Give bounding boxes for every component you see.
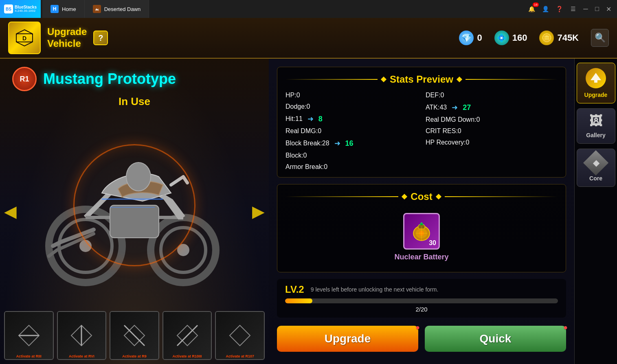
upgrade-button[interactable]: Upgrade <box>277 326 418 352</box>
stat-dodge-label: Dodge:0 <box>285 103 310 110</box>
quick-button[interactable]: Quick <box>425 326 566 352</box>
stat-dodge: Dodge:0 <box>285 103 417 110</box>
upgrade-sidebar-icon <box>586 68 606 88</box>
game-tab-label: Deserted Dawn <box>104 6 141 12</box>
svg-text:D: D <box>22 35 26 42</box>
home-tab-icon: H <box>51 5 59 13</box>
svg-rect-24 <box>594 80 597 83</box>
stat-hit-label: Hit:11 <box>285 115 303 123</box>
weapon-slot-4[interactable]: Activate at R10III <box>162 311 212 360</box>
stats-title-text: Stats Preview <box>390 74 453 85</box>
weapon-slot-content-3 <box>110 312 158 359</box>
search-button[interactable]: 🔍 <box>591 29 609 47</box>
level-progress-bar <box>285 298 558 303</box>
gold-currency: 🪙 745K <box>539 31 579 45</box>
stats-grid: HP:0 Dodge:0 Hit:11 ➜ 8 Real DMG:0 <box>285 92 558 171</box>
bs-version: 4.240.30.1002 <box>15 9 37 13</box>
nuclear-battery-count: 30 <box>429 239 436 247</box>
sidebar-upgrade-btn[interactable]: Upgrade <box>577 63 615 103</box>
stats-container: Stats Preview HP:0 Dodge:0 Hit:11 <box>277 67 566 178</box>
weapon-activate-5: Activate at R107 <box>216 354 264 358</box>
gallery-sidebar-icon: 🖼 <box>589 114 602 129</box>
weapon-slot-1[interactable]: Activate at RIII <box>4 311 54 360</box>
gold-icon: 🪙 <box>539 31 554 45</box>
sidebar-core-label: Core <box>589 175 602 182</box>
stat-hit-arrow: ➜ <box>307 114 314 123</box>
stat-hp: HP:0 <box>285 92 417 99</box>
vehicle-name: Mustang Prototype <box>43 70 176 88</box>
stat-armor-break: Armor Break:0 <box>285 163 417 171</box>
menu-btn[interactable]: ☰ <box>567 3 579 15</box>
titlebar: BS BlueStacks 4.240.30.1002 H Home 🏍 Des… <box>0 0 617 18</box>
weapon-slot-3[interactable]: Activate at R9 <box>110 311 159 360</box>
close-btn[interactable]: ✕ <box>604 4 613 13</box>
weapon-activate-2: Activate at RVI <box>58 354 106 358</box>
account-btn[interactable]: 👤 <box>540 3 551 15</box>
stat-real-dmg: Real DMG:0 <box>285 127 417 135</box>
gem-amount: 160 <box>512 33 527 43</box>
notification-btn[interactable]: 🔔 <box>526 3 537 15</box>
restore-btn[interactable]: □ <box>593 4 602 13</box>
game-area: D Upgrade Vehicle ? 💎 0 💠 160 🪙 745K � <box>0 18 617 364</box>
home-tab-label: Home <box>62 6 76 12</box>
svg-line-14 <box>177 325 198 346</box>
stat-crit-res: CRIT RES:0 <box>426 127 558 135</box>
stat-block-break-new: 16 <box>345 139 354 148</box>
weapon-activate-4: Activate at R10III <box>163 354 211 358</box>
svg-marker-23 <box>591 73 601 80</box>
core-sidebar-icon: ◆ <box>583 150 608 175</box>
svg-rect-20 <box>420 224 423 225</box>
stat-atk: ATK:43 ➜ 27 <box>426 103 558 112</box>
rank-label: R1 <box>20 75 29 83</box>
stat-hp-label: HP:0 <box>285 92 300 99</box>
home-tab[interactable]: H Home <box>42 0 85 18</box>
help-button[interactable]: ? <box>93 31 108 45</box>
level-header: LV.2 9 levels left before unlocking the … <box>285 284 558 295</box>
stat-def: DEF:0 <box>426 92 558 99</box>
gold-amount: 745K <box>557 33 579 43</box>
titlebar-controls: 🔔 👤 ❓ ☰ ─ □ ✕ <box>526 3 617 15</box>
cost-title: Cost <box>285 191 558 202</box>
cost-items: 30 Nuclear Battery <box>285 209 558 265</box>
in-use-text: In Use <box>119 95 150 108</box>
prev-vehicle-btn[interactable]: ◀ <box>4 202 17 221</box>
weapon-activate-3: Activate at R9 <box>110 354 158 358</box>
motorcycle-visual <box>0 103 269 307</box>
game-tab-icon: 🏍 <box>93 5 101 13</box>
game-tab[interactable]: 🏍 Deserted Dawn <box>85 0 149 18</box>
level-container: LV.2 9 levels left before unlocking the … <box>277 279 566 318</box>
weapon-slot-content-5 <box>216 312 264 359</box>
help-btn-titlebar[interactable]: ❓ <box>553 3 565 15</box>
stat-real-dmg-down: Real DMG Down:0 <box>426 116 558 123</box>
glow-circle <box>73 144 195 266</box>
weapon-slot-2[interactable]: Activate at RVI <box>57 311 107 360</box>
sidebar-gallery-btn[interactable]: 🖼 Gallery <box>577 108 615 144</box>
vehicle-logo: D <box>8 22 41 54</box>
right-panel: Stats Preview HP:0 Dodge:0 Hit:11 <box>269 59 574 364</box>
weapon-slot-5[interactable]: Activate at R107 <box>215 311 265 360</box>
next-vehicle-btn[interactable]: ▶ <box>252 202 265 221</box>
deco-diamond-left <box>381 77 386 82</box>
level-fraction: 2/20 <box>285 306 558 313</box>
cost-container: Cost <box>277 184 566 272</box>
cost-deco-left <box>402 194 407 200</box>
weapon-activate-1: Activate at RIII <box>5 354 53 358</box>
cost-title-text: Cost <box>411 191 432 202</box>
right-sidebar: Upgrade 🖼 Gallery ◆ Core <box>574 59 617 364</box>
top-bar: D Upgrade Vehicle ? 💎 0 💠 160 🪙 745K � <box>0 18 617 59</box>
titlebar-tabs: H Home 🏍 Deserted Dawn <box>42 0 149 18</box>
gem-currency: 💠 160 <box>494 31 527 45</box>
left-panel: R1 Mustang Prototype In Use ◀ ▶ <box>0 59 269 364</box>
stat-block-label: Block:0 <box>285 152 307 159</box>
cost-deco-right <box>436 194 441 200</box>
stat-armor-break-label: Armor Break:0 <box>285 163 327 171</box>
stat-block-break-label: Block Break:28 <box>285 140 329 147</box>
gem-icon: 💠 <box>494 31 509 45</box>
minimize-btn[interactable]: ─ <box>581 4 590 13</box>
stat-real-dmg-down-label: Real DMG Down:0 <box>426 116 480 123</box>
sidebar-core-btn[interactable]: ◆ Core <box>577 149 615 187</box>
stat-hit-new: 8 <box>318 115 323 123</box>
action-buttons: Upgrade Quick <box>277 326 566 352</box>
stat-crit-res-label: CRIT RES:0 <box>426 127 461 135</box>
weapon-slot-content-4 <box>163 312 211 359</box>
